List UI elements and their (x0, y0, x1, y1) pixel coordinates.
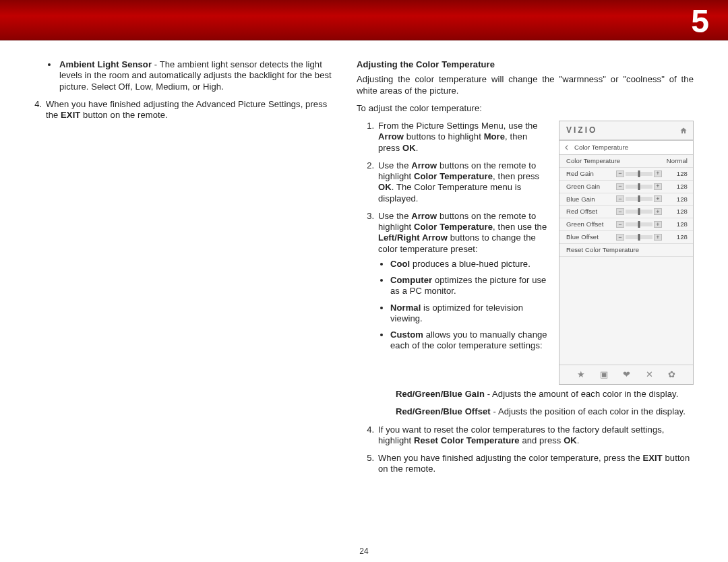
s2-ct: Color Temperature (414, 171, 493, 181)
red-gain-val: 128 (665, 170, 688, 178)
gear-icon[interactable]: ✿ (668, 369, 675, 380)
cool-b: Cool (390, 259, 410, 269)
pip-icon[interactable]: ▣ (600, 369, 608, 380)
gain-b: Red/Green/Blue Gain (396, 389, 485, 399)
plus-icon[interactable]: + (654, 208, 662, 215)
s2-arrow: Arrow (411, 160, 437, 170)
slider-knob[interactable] (638, 183, 640, 190)
s1b: buttons to highlight (404, 131, 484, 142)
left-step-4: When you have finished adjusting the Adv… (44, 99, 338, 121)
computer-b: Computer (390, 275, 432, 285)
cool-t: produces a blue-hued picture. (410, 259, 530, 269)
minus-icon[interactable]: − (616, 208, 624, 215)
osd-selected-value: Normal (667, 157, 688, 165)
close-icon[interactable]: ✕ (646, 369, 653, 380)
osd-selected-label: Color Temperature (566, 157, 620, 165)
plus-icon[interactable]: + (654, 183, 662, 190)
s5-exit: EXIT (643, 453, 663, 463)
osd-row-blue-gain[interactable]: Blue Gain −+ 128 (559, 193, 693, 206)
plus-icon[interactable]: + (654, 234, 662, 241)
s3-lr: Left/Right Arrow (378, 232, 448, 243)
s1-more: More (484, 131, 505, 142)
offset-b: Red/Green/Blue Offset (396, 406, 491, 416)
slider-track[interactable] (626, 185, 653, 189)
page: 5 Ambient Light Sensor - The ambient lig… (0, 0, 728, 562)
preset-cool: Cool produces a blue-hued picture. (390, 259, 549, 270)
star-icon[interactable]: ★ (577, 369, 585, 380)
s4b: and press (520, 435, 564, 445)
osd-row-green-gain[interactable]: Green Gain −+ 128 (559, 181, 693, 193)
s4c: . (577, 435, 580, 445)
left-step4-exit: EXIT (61, 110, 80, 120)
step-1: From the Picture Settings Menu, use the … (377, 121, 549, 154)
preset-custom: Custom allows you to manually change eac… (390, 330, 549, 352)
lead-para: To adjust the color temperature: (357, 103, 694, 114)
slider-track[interactable] (626, 222, 653, 226)
slider[interactable]: −+ (616, 221, 662, 228)
normal-b: Normal (390, 303, 421, 313)
slider-track[interactable] (626, 235, 653, 239)
home-icon (679, 127, 688, 135)
minus-icon[interactable]: − (616, 195, 624, 202)
gain-note: Red/Green/Blue Gain - Adjusts the amount… (396, 389, 694, 400)
s2-ok: OK (378, 182, 392, 192)
minus-icon[interactable]: − (616, 234, 624, 241)
red-off-val: 128 (665, 208, 688, 216)
osd-row-green-offset[interactable]: Green Offset −+ 128 (559, 218, 693, 231)
slider[interactable]: −+ (616, 208, 662, 215)
green-off-label: Green Offset (566, 220, 613, 228)
blue-gain-label: Blue Gain (566, 195, 613, 204)
osd-row-blue-offset[interactable]: Blue Offset −+ 128 (559, 231, 693, 244)
left-step4-b: button on the remote. (80, 110, 167, 120)
osd-footer: ★ ▣ ❤ ✕ ✿ (559, 365, 693, 384)
slider-knob[interactable] (638, 195, 640, 202)
slider-track[interactable] (626, 210, 653, 214)
slider-track[interactable] (626, 172, 653, 176)
osd-brand: VIZIO (566, 125, 597, 135)
slider-knob[interactable] (638, 221, 640, 228)
chapter-band: 5 (0, 0, 728, 40)
osd-row-selected[interactable]: Color Temperature Normal (559, 155, 693, 168)
slider-track[interactable] (626, 197, 653, 201)
slider[interactable]: −+ (616, 170, 662, 177)
s4-rct: Reset Color Temperature (414, 435, 520, 445)
blue-off-label: Blue Offset (566, 233, 613, 241)
step-5: When you have finished adjusting the col… (377, 453, 694, 475)
blue-gain-val: 128 (665, 195, 688, 204)
slider[interactable]: −+ (616, 183, 662, 190)
step-4: If you want to reset the color temperatu… (377, 425, 694, 447)
osd-row-red-gain[interactable]: Red Gain −+ 128 (559, 168, 693, 181)
slider[interactable]: −+ (616, 195, 662, 202)
slider-knob[interactable] (638, 208, 640, 215)
s1-ok: OK (402, 143, 416, 153)
step-2: Use the Arrow buttons on the remote to h… (377, 160, 549, 204)
slider-knob[interactable] (638, 170, 640, 177)
intro-para: Adjusting the color temperature will cha… (357, 74, 694, 96)
slider-knob[interactable] (638, 234, 640, 241)
minus-icon[interactable]: − (616, 183, 624, 190)
blue-off-val: 128 (665, 233, 688, 241)
minus-icon[interactable]: − (616, 221, 624, 228)
left-column: Ambient Light Sensor - The ambient light… (24, 59, 338, 482)
offset-t: - Adjusts the position of each color in … (491, 406, 686, 416)
osd-breadcrumb[interactable]: Color Temperature (559, 140, 693, 155)
osd-panel: VIZIO Color Temperature Color Temperatur… (559, 121, 694, 385)
osd-row-red-offset[interactable]: Red Offset −+ 128 (559, 206, 693, 218)
s2a: Use the (378, 160, 411, 170)
s1-arrow: Arrow (378, 131, 404, 142)
s5a: When you have finished adjusting the col… (378, 453, 643, 463)
slider[interactable]: −+ (616, 234, 662, 241)
minus-icon[interactable]: − (616, 170, 624, 177)
content-columns: Ambient Light Sensor - The ambient light… (0, 40, 728, 482)
plus-icon[interactable]: + (654, 221, 662, 228)
s2d: . The Color Temperature menu is displaye… (378, 182, 521, 203)
custom-b: Custom (390, 330, 423, 340)
plus-icon[interactable]: + (654, 170, 662, 177)
right-numbered-list-cont: If you want to reset the color temperatu… (357, 425, 694, 475)
plus-icon[interactable]: + (654, 195, 662, 202)
red-gain-label: Red Gain (566, 170, 613, 178)
s1d: . (416, 143, 419, 153)
green-off-val: 128 (665, 220, 688, 228)
wide-icon[interactable]: ❤ (623, 369, 630, 380)
osd-row-reset[interactable]: Reset Color Temperature (559, 244, 693, 257)
